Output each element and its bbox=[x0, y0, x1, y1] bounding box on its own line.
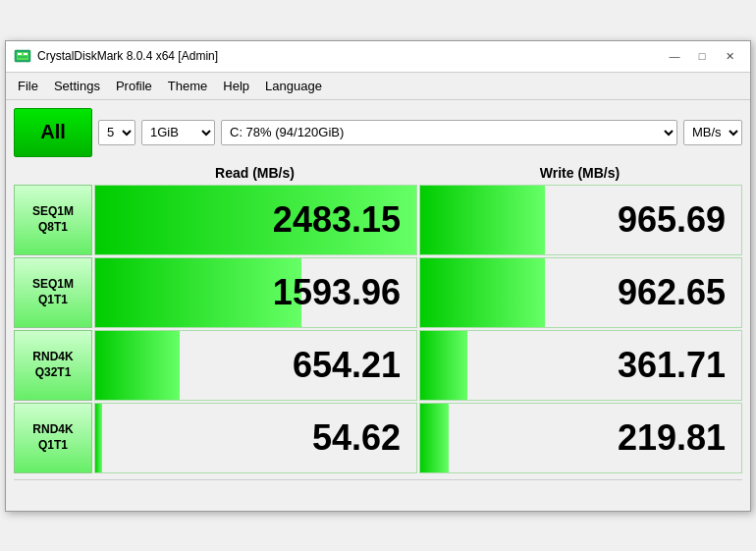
row-label-seq1m-q1t1: SEQ1MQ1T1 bbox=[14, 257, 92, 328]
svg-rect-3 bbox=[24, 53, 27, 55]
close-button[interactable]: ✕ bbox=[717, 46, 742, 66]
read-value-seq1m-q1t1: 1593.96 bbox=[94, 257, 417, 328]
svg-rect-4 bbox=[18, 57, 27, 58]
maximize-button[interactable]: □ bbox=[689, 46, 715, 66]
status-bar bbox=[14, 479, 742, 503]
read-value-seq1m-q8t1: 2483.15 bbox=[94, 185, 417, 255]
row-label-rnd4k-q32t1: RND4KQ32T1 bbox=[14, 330, 92, 401]
svg-rect-2 bbox=[18, 53, 22, 55]
runs-select[interactable]: 5 1 3 bbox=[98, 120, 135, 145]
drive-select[interactable]: C: 78% (94/120GiB) bbox=[221, 120, 677, 145]
write-value-seq1m-q8t1: 965.69 bbox=[419, 185, 742, 255]
title-bar-left: CrystalDiskMark 8.0.4 x64 [Admin] bbox=[14, 47, 218, 65]
main-content: All 5 1 3 1GiB 512MiB 2GiB C: 78% (94/12… bbox=[6, 100, 750, 511]
row-label-rnd4k-q1t1: RND4KQ1T1 bbox=[14, 403, 92, 473]
menu-language[interactable]: Language bbox=[257, 76, 330, 96]
header-write: Write (MB/s) bbox=[417, 163, 742, 183]
read-value-rnd4k-q1t1: 54.62 bbox=[94, 403, 417, 473]
table-row: SEQ1MQ1T1 1593.96 962.65 bbox=[14, 257, 742, 328]
controls-row: All 5 1 3 1GiB 512MiB 2GiB C: 78% (94/12… bbox=[14, 108, 742, 157]
write-value-seq1m-q1t1: 962.65 bbox=[419, 257, 742, 328]
write-value-rnd4k-q1t1: 219.81 bbox=[419, 403, 742, 473]
app-window: CrystalDiskMark 8.0.4 x64 [Admin] — □ ✕ … bbox=[5, 40, 751, 512]
results-table: Read (MB/s) Write (MB/s) SEQ1MQ8T1 2483.… bbox=[14, 163, 742, 473]
minimize-button[interactable]: — bbox=[662, 46, 687, 66]
write-value-rnd4k-q32t1: 361.71 bbox=[419, 330, 742, 401]
menu-bar: File Settings Profile Theme Help Languag… bbox=[6, 73, 750, 100]
app-icon bbox=[14, 47, 31, 65]
table-row: RND4KQ32T1 654.21 361.71 bbox=[14, 330, 742, 401]
header-read: Read (MB/s) bbox=[92, 163, 417, 183]
table-header: Read (MB/s) Write (MB/s) bbox=[14, 163, 742, 183]
menu-file[interactable]: File bbox=[10, 76, 46, 96]
menu-help[interactable]: Help bbox=[215, 76, 257, 96]
menu-settings[interactable]: Settings bbox=[46, 76, 108, 96]
size-select[interactable]: 1GiB 512MiB 2GiB bbox=[141, 120, 215, 145]
row-label-seq1m-q8t1: SEQ1MQ8T1 bbox=[14, 185, 92, 255]
window-title: CrystalDiskMark 8.0.4 x64 [Admin] bbox=[37, 49, 218, 63]
title-bar: CrystalDiskMark 8.0.4 x64 [Admin] — □ ✕ bbox=[6, 41, 750, 73]
read-value-rnd4k-q32t1: 654.21 bbox=[94, 330, 417, 401]
unit-select[interactable]: MB/s GB/s bbox=[683, 120, 742, 145]
table-row: RND4KQ1T1 54.62 219.81 bbox=[14, 403, 742, 473]
title-bar-controls: — □ ✕ bbox=[662, 46, 742, 66]
header-empty bbox=[14, 163, 92, 183]
all-button[interactable]: All bbox=[14, 108, 92, 157]
table-row: SEQ1MQ8T1 2483.15 965.69 bbox=[14, 185, 742, 255]
menu-profile[interactable]: Profile bbox=[108, 76, 160, 96]
menu-theme[interactable]: Theme bbox=[160, 76, 215, 96]
